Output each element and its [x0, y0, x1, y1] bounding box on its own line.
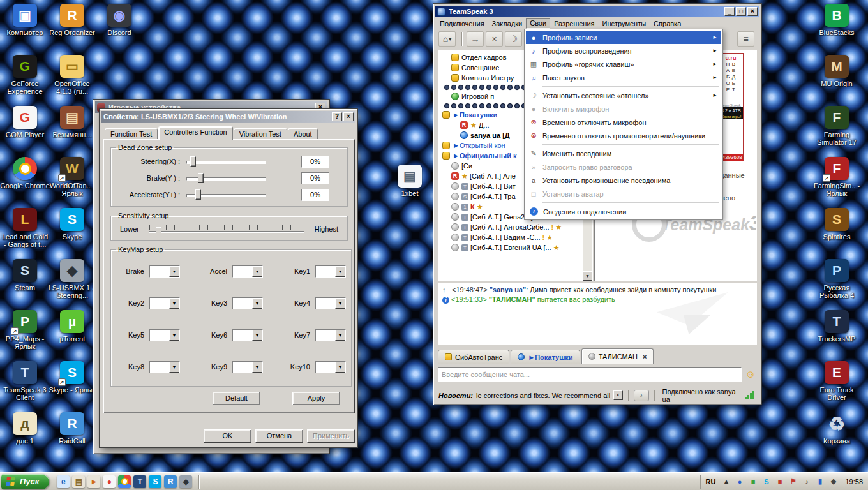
- default-button[interactable]: Default: [213, 392, 260, 405]
- dropdown-arrow-icon[interactable]: ▼: [169, 330, 179, 341]
- close-button[interactable]: ×: [747, 7, 758, 16]
- menubar-item-4[interactable]: Инструменты: [599, 19, 650, 29]
- chat-input[interactable]: [438, 368, 742, 382]
- world-of-tanks-desktop-icon[interactable]: W↗WorldOfTan.. - Ярлык: [49, 157, 96, 208]
- slider-thumb[interactable]: [195, 189, 201, 200]
- menu-item-sound-pack[interactable]: ♫Пакет звуков►: [526, 71, 721, 84]
- mu-origin-desktop-icon[interactable]: MMU Origin: [813, 55, 860, 106]
- menubar-item-1[interactable]: Закладки: [488, 19, 527, 29]
- tab-controllers-function[interactable]: Controllers Function: [158, 126, 232, 140]
- menu-item-connection-info[interactable]: iСведения о подключении: [526, 205, 721, 218]
- sound-notification-icon[interactable]: ♪: [634, 390, 649, 401]
- discord-desktop-icon[interactable]: ◉Discord: [96, 4, 143, 55]
- dropdown-arrow-icon[interactable]: ▼: [169, 362, 179, 373]
- dropdown-arrow-icon[interactable]: ▼: [252, 362, 262, 373]
- skype-quicklaunch-icon[interactable]: S: [149, 475, 161, 488]
- euro-truck-driver-desktop-icon[interactable]: EEuro Truck Driver: [813, 361, 860, 412]
- dropdown-arrow-icon[interactable]: ▼: [335, 330, 345, 341]
- tree-user-row[interactable]: T[Сиб-А.Т.] Евгений UA [...★: [438, 242, 592, 253]
- internet-explorer-quicklaunch-icon[interactable]: e: [57, 475, 70, 488]
- menu-item-mute-speakers[interactable]: ⊗Временно отключить громкоговорители/нау…: [526, 129, 721, 142]
- teamspeak-tray-icon[interactable]: ●: [734, 476, 745, 487]
- skype-shortcut-desktop-icon[interactable]: S↗Skype - Ярлык: [49, 361, 96, 412]
- cancel-button[interactable]: Отмена: [255, 429, 303, 443]
- start-button[interactable]: Пуск: [1, 474, 49, 489]
- close-news-icon[interactable]: ×: [613, 390, 623, 400]
- steering-properties-dialog[interactable]: Свойства: LS-USBMX1/2/3 Steering Wheel W…: [99, 108, 358, 448]
- chat-tab-2[interactable]: ТАЛИСМАН×: [581, 348, 654, 364]
- lead-and-gold-desktop-icon[interactable]: LLead and Gold - Gangs of t...: [1, 208, 49, 259]
- dropdown-arrow-icon[interactable]: ▼: [252, 298, 262, 309]
- geforce-experience-desktop-icon[interactable]: GGeForce Experience: [1, 55, 49, 106]
- ls-usbmx-steering-desktop-icon[interactable]: ◆LS-USBMX 1 3 Steering...: [49, 259, 96, 310]
- spintires-desktop-icon[interactable]: SSpintires: [813, 208, 860, 259]
- menubar-item-2[interactable]: Свои: [526, 18, 550, 29]
- teamspeak-window[interactable]: TeamSpeak 3 _ □ × ПодключенияЗакладкиСво…: [433, 3, 762, 405]
- disconnect-button[interactable]: ×: [486, 31, 503, 47]
- slider-thumb[interactable]: [190, 156, 196, 167]
- russian-fishing-4-desktop-icon[interactable]: РРусская Рыбалка 4: [813, 259, 860, 310]
- chat-tab-0[interactable]: СибАвтоТранс: [438, 350, 509, 364]
- teamspeak-titlebar[interactable]: TeamSpeak 3 _ □ ×: [435, 6, 760, 17]
- menubar-item-3[interactable]: Разрешения: [550, 19, 598, 29]
- menu-item-playback-profile[interactable]: ♪Профиль воспроизведения►: [526, 44, 721, 57]
- connect-button[interactable]: →: [467, 31, 484, 47]
- menubar-item-5[interactable]: Справка: [650, 19, 685, 29]
- dropdown-arrow-icon[interactable]: ▼: [169, 298, 179, 309]
- teamspeak-client-desktop-icon[interactable]: TTeamSpeak 3 Client: [1, 361, 49, 412]
- farming-simulator-17-desktop-icon[interactable]: FFarming Simulator 17: [813, 106, 860, 157]
- skype-tray-icon[interactable]: S: [761, 476, 772, 487]
- gom-player-quicklaunch-icon[interactable]: ●: [103, 475, 116, 488]
- slider-thumb[interactable]: [156, 227, 161, 235]
- recycle-bin-desktop-icon[interactable]: ♻Корзина: [813, 412, 860, 463]
- google-chrome-desktop-icon[interactable]: Google Chrome: [1, 157, 49, 208]
- key7-combobox[interactable]: ▼: [315, 329, 346, 341]
- slider-thumb[interactable]: [198, 173, 204, 183]
- windows-explorer-quicklaunch-icon[interactable]: ▤: [72, 475, 85, 488]
- minimize-button[interactable]: _: [724, 7, 735, 16]
- my-computer-desktop-icon[interactable]: ▣Компьютер: [1, 4, 49, 55]
- raidcall-desktop-icon[interactable]: RRaidCall: [49, 412, 96, 463]
- emoticon-icon[interactable]: ☺: [744, 369, 757, 380]
- ok-button[interactable]: OK: [204, 429, 251, 443]
- pp4-maps-desktop-icon[interactable]: P↗PP4_Maps - Ярлык: [1, 310, 49, 361]
- sensitivity-slider[interactable]: [149, 223, 304, 235]
- close-tab-icon[interactable]: ×: [643, 353, 647, 360]
- key6-combobox[interactable]: ▼: [232, 329, 263, 341]
- dlc-folder-desktop-icon[interactable]: ддлс 1: [1, 412, 49, 463]
- close-button[interactable]: ×: [343, 112, 354, 121]
- menu-item-change-nickname[interactable]: ✎Изменить псевдоним: [526, 147, 721, 160]
- apply-button[interactable]: Применить: [307, 429, 355, 443]
- help-button[interactable]: ?: [332, 112, 342, 121]
- reg-organizer-desktop-icon[interactable]: RReg Organizer: [49, 4, 96, 55]
- unnamed-file-desktop-icon[interactable]: ▤Безымянн...: [49, 106, 96, 157]
- skype-desktop-icon[interactable]: SSkype: [49, 208, 96, 259]
- gom-player-desktop-icon[interactable]: GGOM Player: [1, 106, 49, 157]
- bluestacks-desktop-icon[interactable]: BBlueStacks: [813, 4, 860, 55]
- key4-combobox[interactable]: ▼: [315, 297, 346, 309]
- key1-combobox[interactable]: ▼: [315, 265, 346, 278]
- key10-combobox[interactable]: ▼: [315, 361, 346, 373]
- raidcall-quicklaunch-icon[interactable]: R: [164, 475, 177, 488]
- flag-tray-icon[interactable]: ⚑: [788, 476, 798, 487]
- menu-item-away-status[interactable]: ☽Установить состояние «отошел»►: [526, 89, 721, 102]
- key5-combobox[interactable]: ▼: [149, 329, 180, 341]
- media-player-quicklaunch-icon[interactable]: ►: [87, 475, 100, 488]
- deadzone-slider[interactable]: [186, 156, 266, 167]
- channel-view-button[interactable]: ≡: [737, 31, 754, 47]
- farmingsim-shortcut-desktop-icon[interactable]: F↗FarmingSim.. - Ярлык: [813, 157, 860, 208]
- chat-tab-1[interactable]: ►Покатушки: [511, 350, 580, 364]
- menu-item-hotkey-profile[interactable]: ▦Профиль «горячих клавиш»►: [526, 57, 721, 71]
- dropdown-arrow-icon[interactable]: ▼: [252, 266, 262, 277]
- scroll-down-icon[interactable]: ▼: [583, 271, 592, 281]
- key9-combobox[interactable]: ▼: [232, 361, 263, 373]
- apply-keymap-button[interactable]: Apply: [292, 392, 340, 405]
- utorrent-desktop-icon[interactable]: µµTorrent: [49, 310, 96, 361]
- tree-user-row[interactable]: T[Сиб-А.Т.] АнтохаСибе...!★: [438, 222, 592, 232]
- language-indicator[interactable]: RU: [703, 478, 719, 486]
- nvidia-tray-icon[interactable]: ■: [747, 476, 758, 487]
- deadzone-slider[interactable]: [186, 189, 266, 200]
- 1xbet-document-desktop-icon[interactable]: ▤1xbet: [391, 165, 429, 216]
- menu-item-capture-profile[interactable]: ●Профиль записи►: [526, 31, 721, 44]
- key3-combobox[interactable]: ▼: [232, 297, 263, 309]
